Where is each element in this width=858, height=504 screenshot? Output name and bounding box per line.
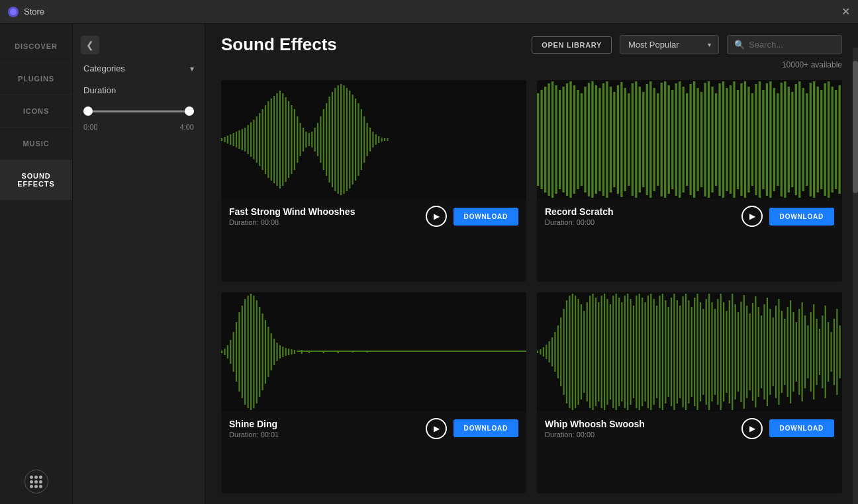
svg-rect-64: [555, 85, 557, 194]
sidebar-item-sound-effects[interactable]: SOUND EFFECTS: [0, 160, 72, 200]
svg-rect-139: [828, 81, 830, 198]
svg-rect-119: [755, 84, 757, 195]
slider-thumb-left[interactable]: [83, 106, 93, 116]
svg-rect-238: [714, 309, 716, 395]
svg-rect-230: [691, 307, 692, 397]
svg-rect-216: [650, 294, 651, 410]
play-button-3[interactable]: ▶: [426, 418, 447, 439]
svg-rect-59: [537, 93, 539, 186]
grid-icon-button[interactable]: [24, 470, 48, 493]
sound-grid: Fast Strong Wind Whooshes Duration: 00:0…: [205, 69, 858, 504]
svg-rect-74: [591, 81, 593, 198]
svg-rect-95: [668, 85, 670, 194]
svg-rect-192: [581, 304, 582, 399]
svg-rect-81: [617, 85, 619, 194]
svg-rect-269: [804, 315, 806, 388]
svg-rect-4: [230, 134, 231, 145]
slider-thumb-right[interactable]: [185, 106, 194, 116]
sidebar-item-music[interactable]: MUSIC: [0, 128, 72, 160]
sidebar-toggle-button[interactable]: ❮: [81, 36, 99, 54]
svg-rect-190: [575, 296, 576, 408]
search-input[interactable]: [749, 40, 835, 50]
svg-rect-278: [830, 332, 832, 372]
svg-rect-222: [668, 307, 669, 397]
svg-rect-195: [589, 296, 591, 408]
svg-rect-258: [773, 317, 774, 386]
svg-rect-271: [810, 312, 812, 392]
svg-rect-252: [755, 296, 756, 407]
svg-rect-116: [744, 81, 746, 198]
svg-rect-83: [624, 88, 626, 191]
svg-rect-188: [569, 296, 570, 408]
sort-dropdown-wrapper: Most Popular Newest Oldest A-Z Z-A: [620, 35, 719, 54]
download-button-3[interactable]: DOWNLOAD: [453, 419, 518, 437]
scrollbar[interactable]: [853, 48, 858, 504]
open-library-button[interactable]: OPEN LIBRARY: [532, 36, 612, 54]
card-title-1: Fast Strong Wind Whooshes: [229, 206, 355, 217]
scrollbar-thumb[interactable]: [853, 61, 858, 193]
close-button[interactable]: ✕: [841, 7, 850, 17]
svg-rect-54: [375, 134, 377, 145]
svg-rect-155: [256, 300, 258, 403]
svg-rect-24: [288, 101, 289, 178]
svg-rect-207: [624, 296, 626, 408]
download-button-4[interactable]: DOWNLOAD: [769, 419, 834, 437]
categories-header[interactable]: Categories ▾: [73, 60, 205, 77]
svg-rect-28: [300, 123, 301, 156]
svg-rect-88: [642, 92, 644, 187]
sidebar-item-discover[interactable]: DISCOVER: [0, 30, 72, 63]
svg-rect-100: [686, 93, 688, 186]
svg-rect-260: [778, 299, 779, 405]
svg-rect-32: [311, 132, 312, 147]
sort-dropdown[interactable]: Most Popular Newest Oldest A-Z Z-A: [620, 35, 719, 54]
svg-rect-108: [715, 93, 717, 186]
play-button-2[interactable]: ▶: [741, 206, 763, 227]
svg-rect-153: [250, 294, 252, 410]
svg-rect-180: [546, 345, 547, 359]
download-button-1[interactable]: DOWNLOAD: [453, 208, 518, 226]
svg-rect-264: [790, 300, 791, 403]
svg-rect-184: [557, 325, 559, 378]
svg-rect-154: [253, 296, 254, 408]
svg-rect-122: [766, 83, 768, 196]
svg-rect-244: [732, 294, 733, 410]
download-button-2[interactable]: DOWNLOAD: [769, 208, 834, 226]
card-duration-2: Duration: 00:00: [545, 218, 613, 226]
svg-rect-148: [236, 322, 237, 382]
svg-rect-183: [554, 332, 555, 372]
sidebar-item-plugins[interactable]: PLUGINS: [0, 63, 72, 95]
main-layout: DISCOVER PLUGINS ICONS MUSIC SOUND EFFEC…: [0, 24, 858, 504]
svg-rect-268: [802, 302, 803, 401]
svg-rect-198: [598, 302, 599, 401]
slider-track: [83, 110, 194, 112]
svg-rect-26: [294, 109, 295, 170]
app-title: Store: [24, 7, 44, 17]
svg-rect-49: [361, 109, 362, 170]
card-footer-3: Shine Ding Duration: 00:01 ▶ DOWNLOAD: [221, 411, 526, 446]
svg-rect-197: [595, 298, 596, 406]
svg-point-0: [10, 9, 17, 15]
svg-rect-35: [320, 116, 321, 163]
svg-rect-115: [740, 83, 742, 196]
content-wrapper: Sound Effects OPEN LIBRARY Most Popular …: [205, 24, 858, 504]
svg-rect-60: [540, 90, 542, 189]
svg-rect-273: [816, 319, 817, 385]
svg-rect-263: [787, 307, 788, 397]
svg-rect-47: [355, 99, 356, 181]
svg-rect-165: [285, 348, 287, 356]
svg-rect-71: [581, 93, 583, 186]
play-button-1[interactable]: ▶: [426, 206, 447, 227]
svg-rect-212: [639, 294, 640, 410]
svg-rect-109: [718, 83, 720, 196]
svg-rect-241: [723, 302, 724, 401]
svg-rect-176: [297, 351, 526, 352]
title-bar-left: Store: [8, 7, 44, 17]
svg-rect-105: [704, 83, 706, 196]
duration-slider[interactable]: [83, 105, 194, 118]
svg-rect-211: [636, 296, 637, 408]
svg-rect-39: [332, 92, 333, 187]
svg-rect-21: [279, 91, 281, 189]
svg-rect-131: [798, 81, 800, 198]
play-button-4[interactable]: ▶: [741, 418, 763, 439]
sidebar-item-icons[interactable]: ICONS: [0, 95, 72, 128]
